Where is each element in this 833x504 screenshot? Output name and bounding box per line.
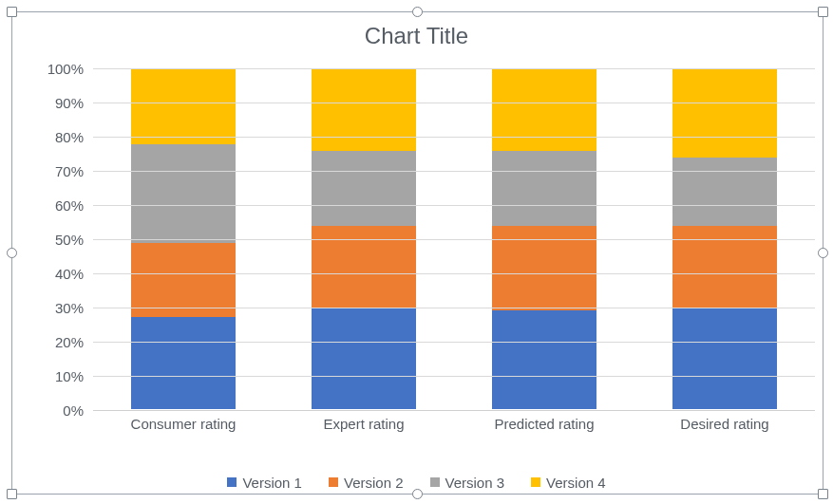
bar-segment[interactable] [131,144,236,243]
chart-title[interactable]: Chart Title [0,23,833,49]
bar-segment[interactable] [131,317,236,409]
resize-handle-top-mid[interactable] [412,7,423,17]
legend-swatch [227,477,237,487]
plot-grid [93,68,815,411]
gridline [93,205,815,206]
gridline [93,137,815,138]
y-tick-label: 0% [27,402,84,419]
legend[interactable]: Version 1Version 2Version 3Version 4 [0,474,833,491]
legend-item[interactable]: Version 2 [329,475,404,491]
y-tick-label: 80% [27,129,84,145]
bar-segment[interactable] [492,151,596,226]
bar-segment[interactable] [672,226,777,308]
bar-segment[interactable] [312,69,416,151]
gridline [93,68,815,69]
legend-label: Version 3 [445,475,505,491]
legend-swatch [430,477,440,487]
bar-segment[interactable] [312,226,416,308]
x-tick-label: Predicted rating [478,416,611,432]
resize-handle-top-right[interactable] [818,7,828,17]
bar-segment[interactable] [492,310,596,409]
y-tick-label: 50% [27,232,84,248]
y-tick-label: 60% [27,197,84,214]
y-tick-label: 90% [27,95,84,111]
legend-label: Version 1 [242,475,302,491]
gridline [93,171,815,172]
x-tick-label: Expert rating [297,416,430,432]
x-tick-label: Desired rating [658,416,791,432]
gridline [93,308,815,308]
y-tick-label: 30% [27,300,84,316]
x-axis-labels: Consumer ratingExpert ratingPredicted ra… [93,416,815,439]
bar-segment[interactable] [131,243,236,318]
chart-canvas[interactable]: Chart Title 0%10%20%30%40%50%60%70%80%90… [0,0,833,504]
resize-handle-right-mid[interactable] [818,248,828,258]
resize-handle-top-left[interactable] [7,7,17,17]
y-tick-label: 20% [27,334,84,350]
legend-item[interactable]: Version 1 [227,475,302,491]
x-tick-label: Consumer rating [117,416,250,432]
y-axis: 0%10%20%30%40%50%60%70%80%90%100% [27,68,93,410]
bar-segment[interactable] [492,69,596,151]
resize-handle-left-mid[interactable] [7,248,17,258]
bar-segment[interactable] [672,158,777,226]
legend-item[interactable]: Version 4 [531,475,606,491]
y-tick-label: 70% [27,163,84,179]
bar-segment[interactable] [672,308,777,409]
bar-segment[interactable] [672,69,777,158]
bar-segment[interactable] [312,308,416,409]
legend-label: Version 2 [344,475,404,491]
plot-area[interactable]: 0%10%20%30%40%50%60%70%80%90%100% Consum… [27,68,815,421]
legend-swatch [531,477,540,487]
y-tick-label: 100% [27,61,84,77]
gridline [93,273,815,274]
legend-item[interactable]: Version 3 [430,475,505,491]
legend-label: Version 4 [546,475,606,491]
gridline [93,103,815,103]
y-tick-label: 10% [27,368,84,384]
y-tick-label: 40% [27,266,84,282]
bar-segment[interactable] [312,151,416,226]
legend-swatch [329,477,338,487]
bar-segment[interactable] [131,69,236,144]
gridline [93,342,815,343]
gridline [93,376,815,377]
gridline [93,239,815,240]
